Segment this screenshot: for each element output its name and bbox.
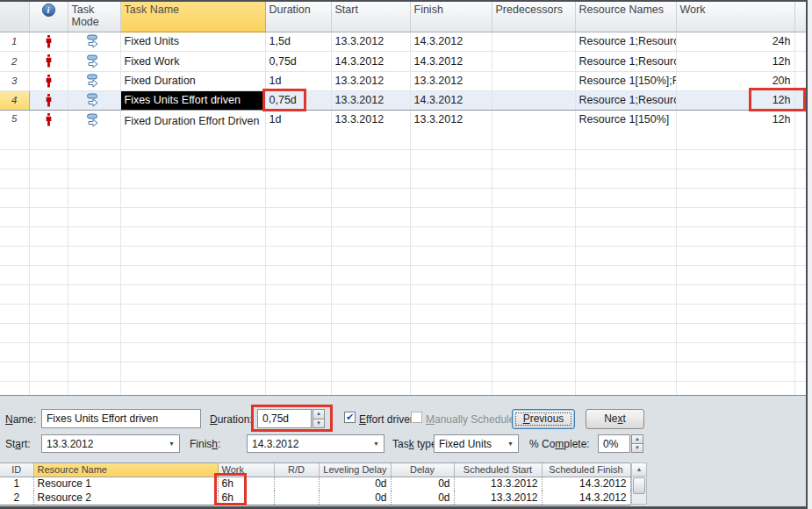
cell-resource-names[interactable]: Resource 1;Resource 2 — [575, 90, 676, 110]
column-header-predecessors[interactable]: Predecessors — [492, 2, 575, 32]
cell-scheduled-finish[interactable]: 14.3.2012 — [542, 477, 630, 491]
resource-row-2: 2 Resource 2 6h 0d 0d 13.3.2012 14.3.201… — [0, 491, 630, 505]
task-mode-cell[interactable] — [68, 32, 120, 51]
pct-complete-spinner[interactable]: ▲ ▼ — [631, 434, 643, 453]
indicator-cell[interactable] — [29, 32, 68, 51]
task-mode-cell[interactable] — [68, 110, 120, 149]
cell-task-name[interactable]: Fixed Duration — [120, 71, 265, 90]
cell-delay[interactable]: 0d — [391, 491, 454, 505]
cell-work[interactable]: 12h — [676, 51, 794, 71]
task-mode-cell[interactable] — [68, 51, 120, 71]
cell-resource-names[interactable]: Resource 1;Resource 2 — [575, 32, 676, 51]
task-mode-cell[interactable] — [68, 71, 120, 90]
cell-start[interactable]: 13.3.2012 — [331, 32, 410, 51]
row-number[interactable]: 4 — [0, 90, 29, 110]
select-all-corner[interactable] — [0, 2, 29, 32]
cell-predecessors[interactable] — [492, 32, 575, 51]
column-header-duration[interactable]: Duration — [265, 2, 331, 32]
cell-start[interactable]: 13.3.2012 — [331, 90, 410, 110]
cell-work[interactable]: 24h — [676, 32, 794, 51]
cell-scheduled-start[interactable]: 13.3.2012 — [454, 491, 542, 505]
cell-finish[interactable]: 14.3.2012 — [410, 32, 492, 51]
cell-empty[interactable] — [794, 110, 806, 149]
cell-id[interactable]: 2 — [0, 491, 33, 505]
cell-finish[interactable]: 13.3.2012 — [410, 71, 492, 90]
row-number[interactable]: 5 — [0, 110, 29, 149]
cell-resource-names[interactable]: Resource 1[150%];Resource 2 — [575, 71, 676, 90]
column-header-resource-name[interactable]: Resource Name — [33, 463, 218, 477]
row-number[interactable]: 2 — [0, 51, 29, 71]
effort-driven-label[interactable]: Effort driven — [359, 413, 416, 426]
cell-finish[interactable]: 14.3.2012 — [410, 51, 492, 71]
cell-finish[interactable]: 13.3.2012 — [410, 110, 492, 149]
cell-scheduled-finish[interactable]: 14.3.2012 — [542, 491, 630, 505]
cell-delay[interactable]: 0d — [391, 477, 454, 491]
previous-button[interactable]: Previous — [512, 409, 575, 429]
cell-empty[interactable] — [794, 51, 806, 71]
cell-duration[interactable]: 1d — [265, 110, 331, 149]
cell-id[interactable]: 1 — [0, 477, 33, 491]
start-combobox[interactable]: 13.3.2012▼ — [41, 434, 180, 453]
indicator-cell[interactable] — [29, 90, 68, 110]
column-header-task-name[interactable]: Task Name — [120, 2, 265, 32]
scroll-up-icon[interactable]: ▲ — [632, 463, 646, 477]
cell-empty[interactable] — [794, 32, 806, 51]
cell-rd[interactable] — [274, 491, 319, 505]
column-header-resource-names[interactable]: Resource Names — [575, 2, 676, 32]
cell-resource-name[interactable]: Resource 1 — [33, 477, 218, 491]
cell-task-name[interactable]: Fixed Units — [120, 32, 265, 51]
empty-row — [0, 188, 806, 207]
column-header-rd[interactable]: R/D — [274, 463, 319, 477]
cell-start[interactable]: 13.3.2012 — [331, 110, 410, 149]
cell-rd[interactable] — [274, 477, 319, 491]
indicator-cell[interactable] — [29, 71, 68, 90]
cell-duration[interactable]: 1,5d — [265, 32, 331, 51]
column-header-task-mode[interactable]: Task Mode — [68, 2, 120, 32]
cell-finish[interactable]: 14.3.2012 — [410, 90, 492, 110]
cell-duration[interactable]: 0,75d — [265, 51, 331, 71]
cell-predecessors[interactable] — [492, 51, 575, 71]
pct-complete-input[interactable]: 0% — [598, 434, 630, 453]
duration-label: Duration: — [210, 413, 253, 426]
resource-grid-scrollbar[interactable]: ▲ — [631, 462, 647, 505]
column-header-next[interactable] — [794, 2, 806, 32]
column-header-id[interactable]: ID — [0, 463, 33, 477]
cell-resource-name[interactable]: Resource 2 — [33, 491, 218, 505]
column-header-finish[interactable]: Finish — [410, 2, 492, 32]
cell-resource-names[interactable]: Resource 1;Resource 2 — [575, 51, 676, 71]
cell-leveling-delay[interactable]: 0d — [319, 477, 391, 491]
cell-start[interactable]: 13.3.2012 — [331, 71, 410, 90]
task-name-input[interactable]: Fixes Units Effort driven — [41, 409, 201, 428]
cell-task-name-selected[interactable]: Fixes Units Effort driven — [120, 90, 265, 110]
indicator-cell[interactable] — [29, 51, 68, 71]
cell-predecessors[interactable] — [492, 110, 575, 149]
row-number[interactable]: 1 — [0, 32, 29, 51]
column-header-scheduled-finish[interactable]: Scheduled Finish — [542, 463, 630, 477]
row-number[interactable]: 3 — [0, 71, 29, 90]
cell-start[interactable]: 14.3.2012 — [331, 51, 410, 71]
scrollbar-thumb[interactable] — [633, 477, 645, 494]
spin-up-icon[interactable]: ▲ — [631, 434, 643, 444]
cell-task-name[interactable]: Fixed Work — [120, 51, 265, 71]
column-header-start[interactable]: Start — [331, 2, 410, 32]
finish-combobox[interactable]: 14.3.2012▼ — [247, 434, 384, 453]
cell-predecessors[interactable] — [492, 71, 575, 90]
cell-leveling-delay[interactable]: 0d — [319, 491, 391, 505]
cell-resource-names[interactable]: Resource 1[150%] — [575, 110, 676, 149]
column-header-work[interactable]: Work — [676, 2, 794, 32]
cell-scheduled-start[interactable]: 13.3.2012 — [454, 477, 542, 491]
task-type-combobox[interactable]: Fixed Units▼ — [434, 434, 519, 453]
indicator-cell[interactable] — [29, 110, 68, 149]
column-header-delay[interactable]: Delay — [391, 463, 454, 477]
column-header-scheduled-start[interactable]: Scheduled Start — [454, 463, 542, 477]
cell-work[interactable]: 12h — [676, 110, 794, 149]
cell-duration[interactable]: 1d — [265, 71, 331, 90]
spin-down-icon[interactable]: ▼ — [631, 444, 643, 453]
task-mode-cell[interactable] — [68, 90, 120, 110]
column-header-leveling-delay[interactable]: Leveling Delay — [319, 463, 391, 477]
column-header-indicators[interactable]: i — [29, 2, 68, 32]
effort-driven-checkbox[interactable]: ✔ — [344, 412, 356, 423]
next-button[interactable]: Next — [586, 409, 644, 429]
cell-task-name[interactable]: Fixed Duration Effort Driven — [120, 110, 265, 149]
cell-predecessors[interactable] — [492, 90, 575, 110]
